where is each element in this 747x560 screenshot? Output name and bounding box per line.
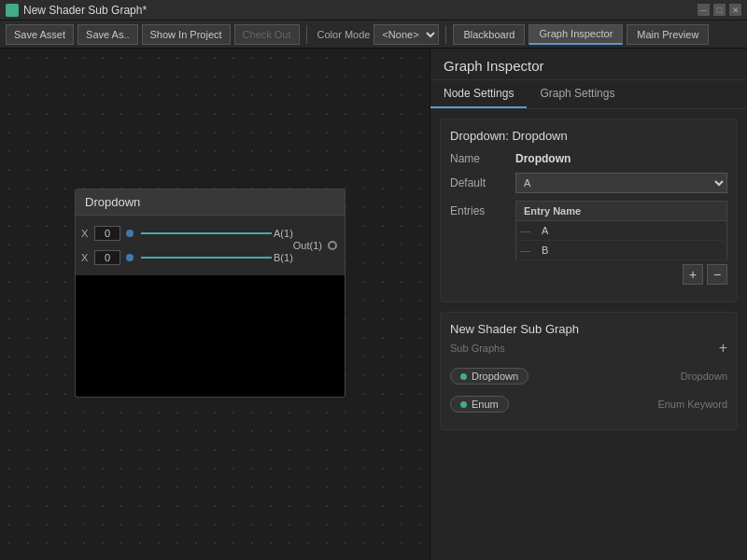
window-controls: ─ □ ✕ xyxy=(698,4,741,16)
entries-section: Entries Entry Name xyxy=(450,201,727,285)
entries-table: Entry Name — A — xyxy=(515,201,727,260)
inspector-title: Graph Inspector xyxy=(430,49,747,80)
entry-indicator-a: — xyxy=(516,221,535,241)
entry-row-b: — B xyxy=(516,241,727,260)
name-field-row: Name Dropdown xyxy=(450,152,727,165)
toolbar-separator-2 xyxy=(445,25,446,44)
color-mode-label: Color Mode xyxy=(317,29,371,40)
subgraph-pill-enum[interactable]: Enum xyxy=(450,396,509,413)
check-out-button[interactable]: Check Out xyxy=(234,24,300,45)
subgraph-dot-dropdown xyxy=(460,373,467,380)
port-dot-in-a xyxy=(126,230,134,237)
default-field-row: Default A B xyxy=(450,173,727,193)
canvas-area[interactable]: Dropdown X A(1) X xyxy=(0,49,430,560)
entries-actions: + − xyxy=(515,264,727,285)
port-x-label-b: X xyxy=(81,252,91,263)
blackboard-tab-button[interactable]: Blackboard xyxy=(453,24,525,45)
subgraph-item-label-enum: Enum Keyword xyxy=(509,399,727,410)
subgraph-item-dropdown: Dropdown Dropdown xyxy=(450,364,727,388)
add-entry-button[interactable]: + xyxy=(683,264,703,285)
subgraph-item-label-dropdown: Dropdown xyxy=(529,371,727,382)
node-inputs: X A(1) X B(1) xyxy=(76,221,293,270)
subgraph-subtitle: Sub Graphs xyxy=(450,343,719,354)
subgraph-section: New Shader Sub Graph Sub Graphs + Dropdo… xyxy=(440,312,738,430)
save-asset-button[interactable]: Save Asset xyxy=(6,24,74,45)
maximize-button[interactable]: □ xyxy=(713,4,726,16)
subgraph-dot-enum xyxy=(460,401,467,408)
app-icon xyxy=(6,4,19,17)
entries-col-header: Entry Name xyxy=(516,202,727,221)
graph-inspector-tab-button[interactable]: Graph Inspector xyxy=(529,24,623,45)
close-button[interactable]: ✕ xyxy=(729,4,741,16)
dropdown-section-title: Dropdown: Dropdown xyxy=(450,129,727,143)
subgraph-item-enum: Enum Enum Keyword xyxy=(450,392,727,416)
default-field-label: Default xyxy=(450,176,515,189)
tab-node-settings[interactable]: Node Settings xyxy=(430,80,527,108)
node-header: Dropdown xyxy=(76,189,345,216)
entries-table-container: Entry Name — A — xyxy=(515,201,727,285)
output-dot-out xyxy=(328,241,337,250)
output-label-out: Out(1) xyxy=(293,240,322,251)
color-mode-select[interactable]: <None> xyxy=(374,24,439,45)
port-line-b xyxy=(141,257,272,259)
entry-indicator-b: — xyxy=(516,241,535,260)
toolbar-separator-1 xyxy=(306,25,307,44)
node-ports: X A(1) X B(1) xyxy=(76,216,345,275)
subgraph-subtitle-row: Sub Graphs + xyxy=(450,340,727,357)
node-outputs: Out(1) xyxy=(293,221,345,270)
main-preview-tab-button[interactable]: Main Preview xyxy=(627,24,709,45)
main-layout: Dropdown X A(1) X xyxy=(0,49,747,560)
default-field-select[interactable]: A B xyxy=(515,173,727,193)
dropdown-section: Dropdown: Dropdown Name Dropdown Default… xyxy=(440,119,738,302)
subgraph-title: New Shader Sub Graph xyxy=(450,322,727,336)
name-field-label: Name xyxy=(450,152,515,165)
subgraph-pill-label-dropdown: Dropdown xyxy=(472,371,518,382)
subgraph-pill-dropdown[interactable]: Dropdown xyxy=(450,368,529,385)
output-port-out: Out(1) xyxy=(293,235,337,256)
node-preview-area xyxy=(76,275,345,397)
name-field-value: Dropdown xyxy=(515,152,571,165)
window-title: New Shader Sub Graph* xyxy=(23,4,147,17)
entries-label: Entries xyxy=(450,201,515,285)
port-value-b[interactable] xyxy=(94,250,120,265)
save-as-button[interactable]: Save As.. xyxy=(78,24,137,45)
subgraph-add-button[interactable]: + xyxy=(719,340,727,357)
toolbar: Save Asset Save As.. Show In Project Che… xyxy=(0,21,747,49)
inspector-content: Dropdown: Dropdown Name Dropdown Default… xyxy=(430,109,747,560)
port-dot-in-b xyxy=(126,254,134,261)
port-x-label-a: X xyxy=(81,228,91,239)
port-value-a[interactable] xyxy=(94,226,120,241)
node-title: Dropdown xyxy=(85,195,140,209)
show-in-project-button[interactable]: Show In Project xyxy=(142,24,231,45)
tab-graph-settings[interactable]: Graph Settings xyxy=(527,80,627,108)
port-line-a xyxy=(141,232,272,234)
port-name-b: B(1) xyxy=(274,252,293,263)
right-panel: Graph Inspector Node Settings Graph Sett… xyxy=(430,49,747,560)
port-name-a: A(1) xyxy=(274,228,293,239)
input-port-b: X B(1) xyxy=(76,247,293,268)
input-port-a: X A(1) xyxy=(76,223,293,244)
title-bar: New Shader Sub Graph* ─ □ ✕ xyxy=(0,0,747,21)
node-dropdown[interactable]: Dropdown X A(1) X xyxy=(75,189,345,398)
entry-row-a: — A xyxy=(516,221,727,241)
inspector-tabs: Node Settings Graph Settings xyxy=(430,80,747,109)
entry-value-a: A xyxy=(534,221,727,241)
entry-value-b: B xyxy=(534,241,727,260)
subgraph-pill-label-enum: Enum xyxy=(472,399,499,410)
minimize-button[interactable]: ─ xyxy=(698,4,710,16)
remove-entry-button[interactable]: − xyxy=(707,264,727,285)
